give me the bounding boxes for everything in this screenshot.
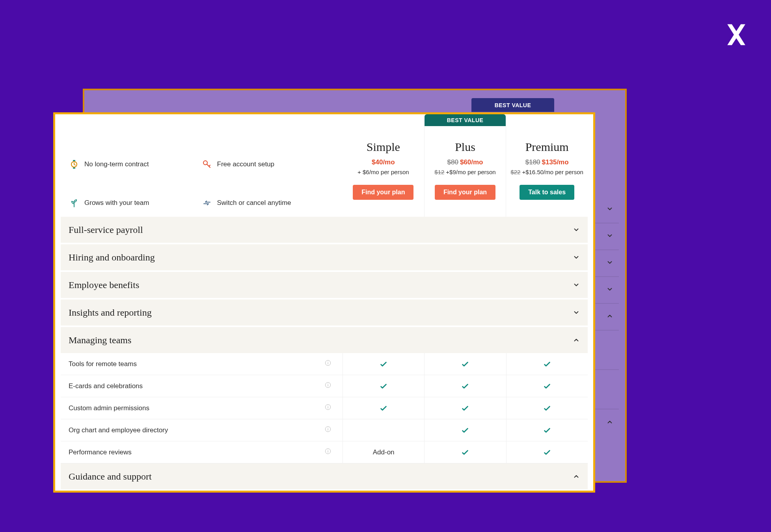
check-icon [461,448,469,457]
feature-info[interactable] [313,404,343,412]
perk-switch: Switch or cancel anytime [202,189,335,217]
managing-teams-table: Tools for remote teamsE-cards and celebr… [61,353,588,463]
chevron-down-icon [606,205,613,212]
section-full-service-payroll[interactable]: Full-service payroll [61,217,588,243]
perks-grid: No long-term contract Free account setup… [61,126,343,217]
feature-cell [424,441,506,463]
plan-cta-simple[interactable]: Find your plan [353,185,413,200]
check-icon [543,448,551,457]
info-icon[interactable] [325,360,331,366]
perk-label: No long-term contract [84,160,149,168]
plan-name: Simple [343,140,424,154]
plan-name: Premium [506,140,588,154]
info-icon[interactable] [325,404,331,410]
chevron-up-icon [573,473,580,480]
chevron-down-icon [573,309,580,316]
check-icon [543,426,551,435]
check-icon [461,382,469,391]
feature-sections: Full-service payroll Hiring and onboardi… [61,217,588,489]
svg-point-9 [328,383,328,384]
pricing-header: No long-term contract Free account setup… [61,114,588,217]
x-logo-icon [721,20,751,50]
section-employee-benefits[interactable]: Employee benefits [61,272,588,298]
plan-simple: Simple $40/mo + $6/mo per person Find yo… [343,126,424,217]
info-icon[interactable] [325,448,331,454]
plan-cta-premium[interactable]: Talk to sales [520,185,574,200]
section-hiring-onboarding[interactable]: Hiring and onboarding [61,244,588,270]
perk-label: Grows with your team [84,199,149,207]
svg-rect-1 [73,160,75,161]
perk-no-contract: No long-term contract [69,151,202,178]
svg-point-18 [328,450,328,450]
feature-cell [506,397,588,419]
pricing-card: No long-term contract Free account setup… [53,112,595,493]
feature-info[interactable] [313,426,343,434]
section-title: Hiring and onboarding [69,252,155,263]
feature-row: E-cards and celebrations [61,375,588,397]
plan-plus: BEST VALUE Plus $80$60/mo $12+$9/mo per … [424,126,506,217]
feature-cell: Add-on [343,441,424,463]
section-insights-reporting[interactable]: Insights and reporting [61,299,588,326]
section-title: Full-service payroll [69,225,143,235]
plan-price: $180$135/mo [506,158,588,166]
feature-cell [343,419,424,441]
feature-label: E-cards and celebrations [61,382,313,390]
chevron-up-icon [606,419,613,426]
brand-logo [721,20,751,50]
grow-icon [69,198,79,208]
feature-cell [506,353,588,375]
feature-cell [343,353,424,375]
switch-icon [202,198,212,208]
info-icon[interactable] [325,426,331,432]
feature-cell [424,375,506,397]
check-icon [379,382,388,391]
feature-row: Org chart and employee directory [61,419,588,441]
feature-info[interactable] [313,382,343,390]
section-managing-teams[interactable]: Managing teams [61,327,588,353]
section-title: Guidance and support [69,471,152,482]
feature-cell [343,375,424,397]
plan-per-person: $12+$9/mo per person [425,169,506,175]
feature-cell [506,441,588,463]
chevron-down-icon [573,254,580,261]
feature-label: Tools for remote teams [61,360,313,368]
info-icon[interactable] [325,382,331,388]
check-icon [379,404,388,413]
section-guidance-support[interactable]: Guidance and support [61,463,588,489]
feature-info[interactable] [313,360,343,368]
plan-price: $40/mo [343,158,424,166]
back-best-value-badge: BEST VALUE [471,98,554,112]
feature-cell [424,419,506,441]
plan-premium: Premium $180$135/mo $22+$16.50/mo per pe… [506,126,588,217]
plan-name: Plus [425,140,506,154]
chevron-up-icon [606,313,613,320]
watch-icon [69,160,79,169]
plan-per-person: $22+$16.50/mo per person [506,169,588,175]
best-value-badge: BEST VALUE [425,114,506,126]
feature-label: Performance reviews [61,448,313,456]
svg-rect-2 [73,167,75,169]
svg-point-6 [328,361,328,362]
feature-cell [424,353,506,375]
feature-label: Custom admin permissions [61,404,313,412]
feature-cell [343,397,424,419]
chevron-down-icon [606,286,613,293]
section-title: Employee benefits [69,280,139,290]
feature-row: Custom admin permissions [61,397,588,419]
plans-row: Simple $40/mo + $6/mo per person Find yo… [343,126,588,217]
check-icon [543,404,551,413]
perk-grows: Grows with your team [69,189,202,217]
feature-info[interactable] [313,448,343,456]
plan-cta-plus[interactable]: Find your plan [435,185,495,200]
chevron-down-icon [606,232,613,239]
feature-cell [506,419,588,441]
perk-label: Free account setup [217,160,275,168]
key-icon [202,160,212,169]
check-icon [461,404,469,413]
svg-point-15 [328,428,328,428]
feature-row: Performance reviewsAdd-on [61,441,588,463]
feature-label: Org chart and employee directory [61,426,313,434]
section-title: Managing teams [69,335,131,346]
check-icon [543,382,551,391]
check-icon [461,360,469,368]
